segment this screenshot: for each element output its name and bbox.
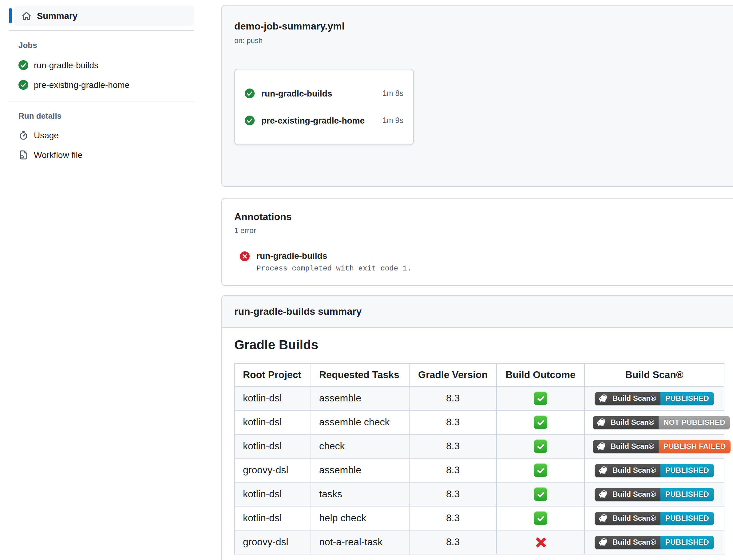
build-scan-badge[interactable]: Build Scan®PUBLISHED	[595, 512, 714, 525]
annotation-message: Process completed with exit code 1.	[256, 264, 412, 273]
check-circle-icon	[18, 80, 28, 90]
cell-build-outcome	[497, 506, 585, 530]
build-scan-badge[interactable]: Build Scan®PUBLISHED	[595, 536, 714, 549]
workflow-overview-panel: demo-job-summary.yml on: push run-gradle…	[221, 5, 733, 187]
cell-build-outcome	[497, 482, 585, 506]
cell-root-project: kotlin-dsl	[234, 506, 311, 530]
annotation-item: run-gradle-builds Process completed with…	[240, 250, 733, 273]
graph-job-duration: 1m 9s	[383, 116, 404, 125]
annotations-card: Annotations 1 error run-gradle-builds Pr…	[221, 198, 733, 286]
jobs-section-header: Jobs	[18, 41, 194, 50]
workflow-graph-card: run-gradle-builds 1m 8s pre-existing-gra…	[234, 69, 414, 145]
cell-build-scan: Build Scan®PUBLISH FAILED	[585, 434, 724, 458]
active-indicator	[9, 8, 12, 23]
table-row: kotlin-dslhelp check8.3Build Scan®PUBLIS…	[234, 506, 724, 530]
annotation-job-link[interactable]: run-gradle-builds	[256, 250, 412, 261]
build-scan-badge[interactable]: Build Scan®PUBLISHED	[595, 488, 714, 501]
x-circle-icon	[240, 251, 250, 261]
file-code-icon	[18, 150, 28, 160]
gradle-elephant-icon	[597, 418, 608, 427]
workflow-trigger: on: push	[234, 36, 733, 45]
cell-build-outcome	[497, 386, 585, 410]
workflow-run-page: Summary Jobs run-gradle-builds pre-exist…	[0, 0, 733, 560]
cell-requested-tasks: assemble	[311, 386, 409, 410]
sidebar: Summary Jobs run-gradle-builds pre-exist…	[9, 6, 194, 165]
graph-job-run-gradle-builds[interactable]: run-gradle-builds 1m 8s	[235, 80, 413, 107]
check-circle-icon	[245, 89, 254, 98]
build-failed-x-icon	[534, 536, 547, 549]
cell-build-outcome	[497, 458, 585, 482]
gradle-elephant-icon	[598, 514, 609, 523]
gradle-elephant-icon	[598, 394, 609, 403]
home-icon	[22, 11, 31, 21]
build-success-check-icon	[534, 440, 547, 453]
workflow-file-title: demo-job-summary.yml	[234, 21, 733, 32]
gradle-elephant-icon	[597, 442, 608, 451]
cell-build-scan: Build Scan®PUBLISHED	[585, 458, 724, 482]
table-header-row: Root ProjectRequested TasksGradle Versio…	[234, 364, 724, 386]
build-scan-badge[interactable]: Build Scan®PUBLISHED	[595, 392, 714, 405]
annotations-count: 1 error	[234, 226, 733, 235]
check-circle-icon	[245, 116, 254, 125]
column-header-requested-tasks: Requested Tasks	[311, 364, 409, 386]
column-header-gradle-version: Gradle Version	[409, 364, 497, 386]
build-success-check-icon	[534, 511, 547, 525]
sidebar-item-job-run-gradle-builds[interactable]: run-gradle-builds	[18, 55, 194, 75]
build-scan-badge[interactable]: Build Scan®NOT PUBLISHED	[593, 416, 730, 429]
cell-root-project: groovy-dsl	[234, 530, 311, 554]
cell-requested-tasks: assemble	[311, 458, 409, 482]
main-content: demo-job-summary.yml on: push run-gradle…	[221, 5, 733, 560]
sidebar-divider	[9, 101, 194, 101]
column-header-root-project: Root Project	[234, 364, 311, 386]
run-details-section-header: Run details	[18, 111, 194, 120]
usage-label: Usage	[34, 130, 59, 140]
jobs-list: run-gradle-builds pre-existing-gradle-ho…	[9, 55, 194, 95]
graph-job-pre-existing-gradle-home[interactable]: pre-existing-gradle-home 1m 9s	[235, 107, 413, 134]
column-header-build-scan-: Build Scan®	[585, 364, 724, 386]
column-header-build-outcome: Build Outcome	[497, 364, 585, 386]
table-row: kotlin-dslassemble8.3Build Scan®PUBLISHE…	[234, 386, 724, 410]
annotations-title: Annotations	[234, 211, 733, 223]
cell-gradle-version: 8.3	[409, 482, 497, 506]
cell-build-scan: Build Scan®PUBLISHED	[585, 530, 724, 554]
sidebar-item-summary[interactable]: Summary	[9, 6, 194, 26]
cell-root-project: kotlin-dsl	[234, 386, 311, 410]
cell-root-project: groovy-dsl	[234, 458, 311, 482]
cell-build-outcome	[497, 410, 585, 434]
graph-job-name: run-gradle-builds	[261, 89, 332, 98]
sidebar-item-usage[interactable]: Usage	[18, 125, 194, 145]
gradle-elephant-icon	[598, 538, 609, 546]
table-row: kotlin-dslcheck8.3Build Scan®PUBLISH FAI…	[234, 434, 724, 458]
cell-root-project: kotlin-dsl	[234, 434, 311, 458]
gradle-builds-table: Root ProjectRequested TasksGradle Versio…	[234, 363, 724, 554]
build-scan-badge[interactable]: Build Scan®PUBLISHED	[595, 464, 714, 477]
table-row: kotlin-dsltasks8.3Build Scan®PUBLISHED	[234, 482, 724, 506]
check-circle-icon	[18, 60, 28, 70]
cell-gradle-version: 8.3	[409, 434, 497, 458]
build-success-check-icon	[534, 463, 547, 477]
gradle-elephant-icon	[598, 490, 609, 499]
cell-root-project: kotlin-dsl	[234, 482, 311, 506]
cell-root-project: kotlin-dsl	[234, 410, 311, 434]
cell-requested-tasks: not-a-real-task	[311, 530, 409, 554]
cell-gradle-version: 8.3	[409, 386, 497, 410]
gradle-elephant-icon	[598, 466, 609, 475]
stopwatch-icon	[18, 130, 28, 140]
cell-build-scan: Build Scan®PUBLISHED	[585, 506, 724, 530]
job-summary-body: Gradle Builds Root ProjectRequested Task…	[222, 328, 733, 560]
workflow-file-label: Workflow file	[34, 150, 82, 160]
table-row: kotlin-dslassemble check8.3Build Scan®NO…	[234, 410, 724, 434]
sidebar-item-workflow-file[interactable]: Workflow file	[18, 145, 194, 165]
cell-gradle-version: 8.3	[409, 410, 497, 434]
graph-job-duration: 1m 8s	[383, 89, 404, 98]
job-name-label: run-gradle-builds	[34, 60, 98, 70]
build-success-check-icon	[534, 416, 547, 429]
sidebar-item-job-pre-existing-gradle-home[interactable]: pre-existing-gradle-home	[18, 75, 194, 95]
gradle-builds-heading: Gradle Builds	[234, 337, 733, 352]
cell-gradle-version: 8.3	[409, 530, 497, 554]
cell-build-scan: Build Scan®PUBLISHED	[585, 482, 724, 506]
cell-build-scan: Build Scan®PUBLISHED	[585, 386, 724, 410]
cell-requested-tasks: check	[311, 434, 409, 458]
build-scan-badge[interactable]: Build Scan®PUBLISH FAILED	[593, 440, 731, 453]
table-row: groovy-dslnot-a-real-task8.3Build Scan®P…	[234, 530, 724, 554]
